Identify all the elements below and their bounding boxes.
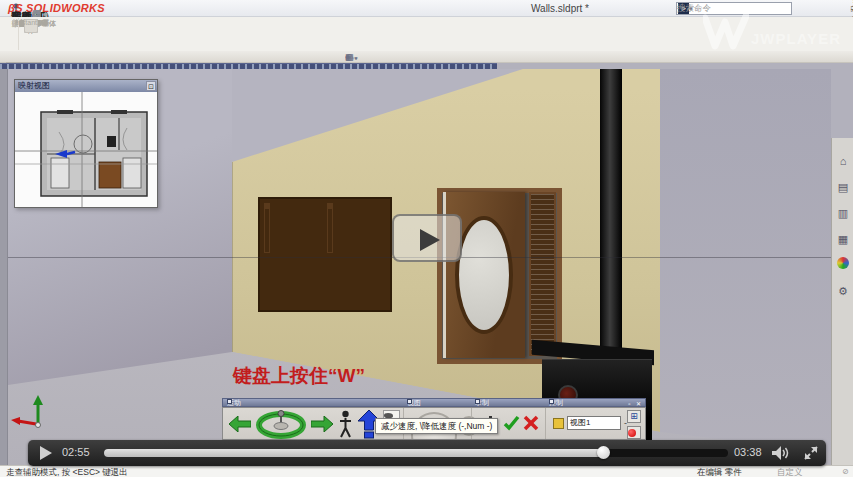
jwplayer-logo-text: JWPLAYER — [751, 30, 841, 47]
coordinate-triad — [10, 391, 54, 437]
cancel-button[interactable] — [523, 415, 539, 431]
grid-view-button[interactable]: ⊞ — [627, 410, 641, 423]
document-title: Walls.sldprt * — [470, 0, 650, 17]
floor-plan — [15, 92, 157, 207]
panel-title-视图: 视图 — [407, 399, 469, 407]
status-icon: ⊘ — [842, 467, 849, 476]
accept-button[interactable] — [503, 415, 520, 431]
panel-separator — [545, 408, 546, 440]
jwplayer-watermark: JWPLAYER — [703, 12, 749, 56]
view-palette-icon[interactable]: ▦ — [835, 231, 851, 247]
map-view-panel[interactable]: 映射视图 ⊡ — [14, 79, 158, 208]
duration: 03:38 — [734, 446, 762, 458]
viewport-left-border — [0, 69, 8, 465]
move-right-button[interactable] — [311, 416, 333, 432]
play-icon — [420, 229, 440, 251]
rotate-control[interactable] — [255, 410, 307, 439]
player-play-button[interactable] — [40, 446, 52, 460]
edit-state-label: 在编辑 零件 — [697, 467, 742, 477]
appearances-icon[interactable] — [837, 257, 849, 269]
seek-bar-played — [104, 449, 603, 457]
file-explorer-icon[interactable]: ▥ — [835, 205, 851, 221]
seek-handle[interactable] — [597, 446, 610, 459]
view-dropdown[interactable]: 视图1 — [567, 416, 621, 430]
volume-icon[interactable] — [772, 446, 790, 460]
scene-chimney-pipe — [600, 69, 622, 361]
resources-icon[interactable]: ⌂ — [835, 153, 851, 169]
map-pin-icon[interactable]: ⊡ — [146, 81, 156, 91]
player-control-bar: 02:55 03:38 — [28, 440, 826, 466]
current-time: 02:55 — [62, 446, 90, 458]
video-frame: βS SOLIDWORKS 文件(F)编辑(E)视图(V)插入(I)工具(T)窗… — [0, 0, 853, 477]
status-message: 走查辅助模式, 按 <ESC> 键退出 — [6, 467, 128, 477]
jwplayer-logo-icon — [703, 12, 749, 52]
scene-right-wall — [660, 69, 831, 465]
seek-bar[interactable] — [104, 449, 728, 457]
play-overlay-button[interactable] — [392, 214, 462, 262]
customize-label[interactable]: 自定义 — [777, 467, 803, 477]
scene-door-oval-glass — [455, 216, 513, 334]
map-view-title: 映射视图 — [15, 80, 157, 92]
custom-properties-icon[interactable]: ⚙ — [835, 283, 851, 299]
panel-window-buttons[interactable]: ▫ ✕ — [628, 400, 643, 407]
status-bar: 走查辅助模式, 按 <ESC> 键退出 在编辑 零件 自定义 ⊘ — [0, 465, 853, 477]
panel-title-控制: 控制 — [549, 399, 621, 407]
record-icon — [628, 429, 636, 437]
walkthrough-title-bar: ▫ ✕ 运动视图录制控制 — [222, 398, 646, 407]
scene-window — [258, 197, 392, 312]
design-library-icon[interactable]: ▤ — [835, 179, 851, 195]
scene-icon[interactable]: ▣ ▾ — [345, 51, 357, 64]
tutorial-annotation: 键盘上按住“W” — [233, 363, 365, 389]
ribbon-group-4: Instant3D — [6, 18, 19, 50]
color-swatch[interactable] — [553, 418, 564, 429]
panel-title-录制: 录制 — [475, 399, 543, 407]
task-pane: ⌂▤▥▦⚙ — [831, 138, 853, 477]
record-button[interactable] — [627, 426, 641, 439]
fullscreen-icon[interactable] — [804, 446, 818, 460]
speed-tooltip: 减少速度, \降低速度 (-,Num -) — [375, 418, 498, 434]
move-left-button[interactable] — [229, 416, 251, 432]
ribbon-button-label: Instant3D — [16, 19, 46, 27]
person-height-icon[interactable] — [339, 410, 352, 439]
scene-louver-panel — [529, 192, 556, 356]
panel-title-运动: 运动 — [227, 399, 403, 407]
